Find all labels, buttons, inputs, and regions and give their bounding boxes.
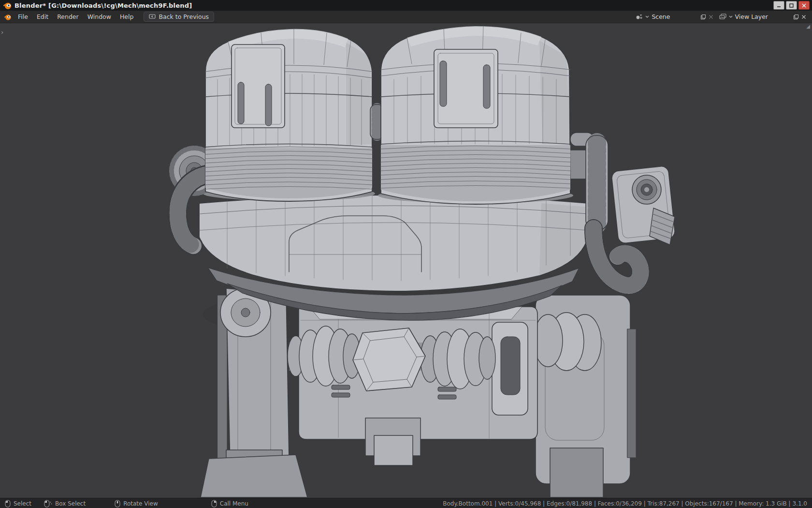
close-button[interactable] xyxy=(798,1,810,10)
mouse-left-icon xyxy=(5,500,11,508)
view-layer-name: View Layer xyxy=(735,13,768,20)
back-to-previous-button[interactable]: Back to Previous xyxy=(144,12,214,22)
right-leg xyxy=(534,295,636,497)
close-icon xyxy=(802,3,806,8)
blender-logo-icon xyxy=(4,13,12,21)
chevron-down-icon xyxy=(645,15,649,18)
maximize-icon xyxy=(789,3,794,8)
mech-model[interactable] xyxy=(0,23,812,498)
minimize-button[interactable] xyxy=(773,1,784,10)
hip-bellows-joint xyxy=(288,326,495,391)
app-menu-button[interactable] xyxy=(3,12,13,22)
blender-logo-icon xyxy=(3,1,12,10)
menu-edit[interactable]: Edit xyxy=(32,12,53,22)
title-bar: Blender* [G:\Downloads\!cg\Mech\mech9F.b… xyxy=(0,0,812,11)
menu-window[interactable]: Window xyxy=(83,12,116,22)
hint-rotate-view: Rotate View xyxy=(115,500,158,508)
minimize-icon xyxy=(777,3,781,8)
menu-render[interactable]: Render xyxy=(53,12,83,22)
hint-select: Select xyxy=(5,500,31,508)
hint-box-select: Box Select xyxy=(44,500,86,508)
mouse-left-drag-icon xyxy=(44,500,52,508)
view-layer-selector[interactable]: View Layer xyxy=(716,12,810,21)
scene-name: Scene xyxy=(652,13,670,20)
scene-icon xyxy=(636,14,643,20)
x-icon[interactable] xyxy=(709,15,713,19)
duplicate-icon[interactable] xyxy=(793,14,799,20)
maximize-button[interactable] xyxy=(786,1,797,10)
back-screen-icon xyxy=(149,14,156,19)
view-layer-icon xyxy=(719,14,726,20)
top-menu-bar: File Edit Render Window Help Back to Pre… xyxy=(0,11,812,23)
editor-corner-icon[interactable]: ◢ xyxy=(806,24,810,29)
x-icon[interactable] xyxy=(801,15,806,19)
left-canister xyxy=(205,29,372,201)
viewport-3d[interactable]: › ◢ xyxy=(0,23,812,498)
sidebar-toggle-arrow[interactable]: › xyxy=(1,29,3,35)
status-bar: Select Box Select Rotate View Call Menu … xyxy=(0,498,812,508)
hint-call-menu: Call Menu xyxy=(211,500,248,508)
scene-statistics: Body.Bottom.001 | Verts:0/45,968 | Edges… xyxy=(443,500,807,507)
pelvis-assembly xyxy=(299,307,537,465)
window-title: Blender* [G:\Downloads\!cg\Mech\mech9F.b… xyxy=(14,2,192,9)
chevron-down-icon xyxy=(729,15,733,18)
menu-file[interactable]: File xyxy=(14,12,32,22)
scene-selector[interactable]: Scene xyxy=(633,12,716,21)
duplicate-icon[interactable] xyxy=(700,14,706,20)
mouse-middle-icon xyxy=(115,500,120,508)
right-canister xyxy=(381,26,570,204)
menu-help[interactable]: Help xyxy=(116,12,138,22)
mouse-right-icon xyxy=(211,500,217,508)
